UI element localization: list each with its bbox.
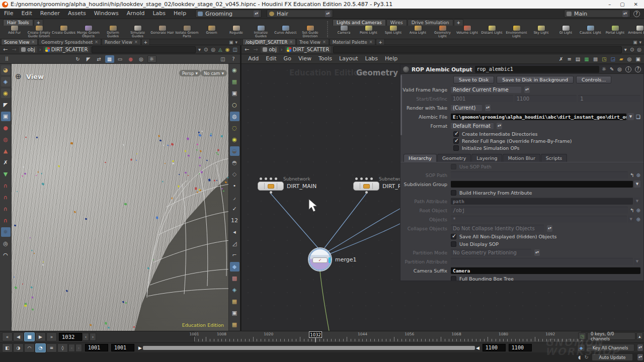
select-arrow-icon[interactable]: ◤	[1, 100, 11, 110]
viewport-options-icon[interactable]: ☼	[147, 55, 156, 63]
jump-start-button[interactable]: «	[2, 332, 13, 341]
camera-pill[interactable]: No cam▼	[201, 70, 227, 76]
collapse-objects-dropdown[interactable]: Do Not Collapse Identity Objects ▲▼	[451, 225, 552, 232]
net-search-icon[interactable]: ◎	[627, 56, 632, 62]
sop-path-field[interactable]	[451, 171, 628, 178]
spinner-icon[interactable]: ▲▼	[637, 354, 643, 360]
op-chooser-icon[interactable]: ⊕	[636, 208, 640, 213]
shelf-tool[interactable]: Set Guide Direction	[298, 26, 323, 39]
keyframe-options-icon[interactable]: ◊	[57, 343, 68, 352]
shelf-tool[interactable]: Merge Groom Objects	[76, 26, 101, 39]
integer-frames-icon[interactable]: ≡	[46, 343, 57, 352]
shelf-tool[interactable]: Reguide	[224, 26, 249, 39]
lock-icon[interactable]: ▣	[1, 112, 11, 121]
shelf-tool[interactable]: Point Light	[356, 26, 381, 39]
attr-menu-icon[interactable]: ▼	[634, 258, 640, 265]
breadcrumb-node[interactable]: DIRT_SCATTER	[43, 46, 90, 53]
minimize-button[interactable]: –	[608, 2, 611, 7]
breadcrumb-obj[interactable]: obj	[19, 46, 37, 53]
play-reverse-button[interactable]: ◀	[13, 332, 24, 341]
shelf-tool[interactable]: Area Light	[406, 26, 430, 39]
valid-frame-range-dropdown[interactable]: Render Current Frame ▲▼	[451, 86, 530, 93]
node-dirt-pa[interactable]: Subnetwork DIRT_PA	[353, 176, 406, 194]
net-list-icon[interactable]: ▤	[575, 56, 581, 62]
net-grid-icon[interactable]: ▩	[593, 56, 598, 62]
pane-menu-icon[interactable]: ▾	[639, 40, 641, 45]
asset-grid-icon[interactable]: ⠿	[2, 55, 11, 63]
param-tab-scripts[interactable]: Scripts	[541, 154, 568, 162]
screen-brush-icon[interactable]: ●	[1, 123, 11, 133]
rop-node-icon[interactable]	[403, 66, 409, 72]
shelf-tool[interactable]: Distant Light	[479, 26, 504, 39]
shelf-tool[interactable]: Deform Guides	[101, 26, 125, 39]
merge-node-body[interactable]: ✓	[309, 248, 331, 270]
auto-update-combo[interactable]: Auto Update	[592, 353, 633, 361]
shelf-tool[interactable]: Camera	[332, 26, 356, 39]
prev-key-button[interactable]: ‹	[68, 344, 75, 352]
net-align-icon[interactable]: ≡	[567, 56, 572, 62]
high-quality-light-icon[interactable]: ◉	[230, 135, 239, 144]
key-all-channels-button[interactable]: Key All Channels	[586, 344, 634, 351]
shelf-add-tab-button[interactable]: +	[34, 19, 44, 26]
param-tab-layering[interactable]: Layering	[471, 154, 502, 162]
use-sop-path-checkbox[interactable]	[451, 164, 456, 169]
diamond-icon[interactable]: ◈	[230, 285, 239, 295]
shelf-tool[interactable]: Environment Light	[504, 26, 529, 39]
param-tab-motion-blur[interactable]: Motion Blur	[503, 154, 540, 162]
controls-button[interactable]: Controls...	[576, 76, 611, 83]
close-button[interactable]: ✕	[634, 2, 638, 7]
prim-markers-icon[interactable]: ◂	[230, 227, 239, 237]
menu-render[interactable]: Render	[36, 9, 64, 19]
point-numbers-icon[interactable]: ✓	[230, 204, 239, 214]
shelf-tool[interactable]: Simulate Guides	[125, 26, 150, 39]
net-menu-edit[interactable]: Edit	[262, 54, 280, 64]
audio-icon[interactable]: ◑	[13, 343, 24, 352]
shelf-tool[interactable]: Set Guide Length	[323, 26, 326, 39]
node-dirt-main[interactable]: Subnetwork DIRT_MAIN	[258, 176, 316, 194]
pane-layout-icon[interactable]: ◫	[218, 55, 227, 63]
back-icon[interactable]: ←	[2, 46, 9, 53]
headlight-icon[interactable]: ○	[230, 100, 239, 110]
menu-assets[interactable]: Assets	[64, 9, 90, 19]
shelf-tool[interactable]: Caustic Light	[578, 26, 603, 39]
expand-keys-button[interactable]: ▴	[636, 332, 643, 340]
net-colorgrid-icon[interactable]: ▦	[584, 56, 589, 62]
link-icon[interactable]: ◎	[636, 47, 642, 52]
keys-scope-icon[interactable]: ◳	[578, 332, 586, 340]
start-frame-field[interactable]: 1001	[451, 95, 513, 102]
objects-field[interactable]: *	[451, 216, 627, 223]
format-dropdown[interactable]: Default Format ▲▼	[451, 122, 502, 129]
wire-shade-icon[interactable]: ◓	[230, 158, 239, 167]
menu-arnold[interactable]: Arnold	[123, 9, 149, 19]
pane-maximize-icon[interactable]: ▣	[633, 40, 637, 45]
default-lighting-icon[interactable]: ◌	[230, 123, 239, 133]
link-icon[interactable]: ◎	[210, 47, 216, 52]
range-start-field[interactable]: 1001	[85, 344, 108, 351]
groom-visibility-icon[interactable]: ◉	[1, 88, 11, 98]
draw-mode-icon[interactable]: ◆	[230, 262, 239, 272]
visibility-eye-icon[interactable]: ◉	[230, 65, 239, 75]
menu-labs[interactable]: Labs	[148, 9, 170, 19]
save-hidden-checkbox[interactable]	[451, 234, 456, 239]
skeleton-icon[interactable]: ✗	[1, 158, 11, 167]
net-menu-labs[interactable]: Labs	[362, 54, 382, 64]
close-tab-icon[interactable]: ×	[134, 40, 138, 44]
forward-icon[interactable]: →	[252, 46, 259, 53]
snapshot-camera-icon[interactable]: ▦	[230, 297, 239, 306]
record-view-icon[interactable]: ◎	[1, 239, 11, 248]
net-snapshot-icon[interactable]: ◳	[601, 56, 607, 62]
initialize-simulation-ops-checkbox[interactable]	[453, 145, 459, 151]
full-bbox-checkbox[interactable]	[451, 276, 456, 281]
jump-to-operator-icon[interactable]: ↰	[630, 172, 634, 178]
pane-tab[interactable]: Render View×	[102, 39, 141, 45]
back-icon[interactable]: ←	[244, 46, 250, 53]
net-menu-help[interactable]: Help	[381, 54, 401, 64]
save-to-disk-button[interactable]: Save to Disk	[453, 76, 494, 83]
range-slider[interactable]	[143, 346, 475, 350]
breadcrumb-obj[interactable]: obj	[261, 46, 278, 53]
desktop-combo[interactable]: Main ▲▼	[564, 10, 630, 18]
frame-step-forward-button[interactable]: ›	[90, 333, 96, 341]
net-menu-add[interactable]: Add	[245, 54, 262, 64]
spinner-icon[interactable]: ▲▼	[254, 11, 259, 17]
maximize-button[interactable]: ▢	[620, 2, 624, 7]
